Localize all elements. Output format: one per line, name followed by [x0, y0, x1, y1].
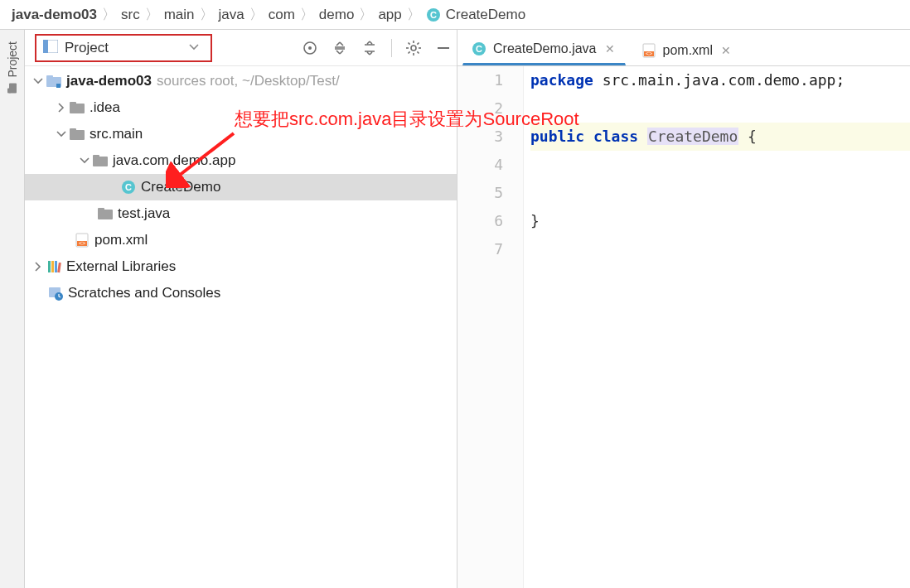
scratches-icon — [48, 286, 63, 301]
toolbar-divider — [391, 39, 392, 57]
svg-text:<>: <> — [645, 51, 651, 56]
caret-right-icon[interactable] — [31, 262, 45, 272]
svg-text:C: C — [125, 182, 132, 192]
tree-label: java.com.demo.app — [113, 152, 235, 169]
close-icon[interactable]: ✕ — [719, 44, 733, 57]
gear-icon[interactable] — [405, 40, 422, 56]
breadcrumb-item[interactable]: demo — [316, 7, 358, 23]
tree-label: .idea — [90, 99, 120, 116]
chevron-right-icon: 〉 — [102, 5, 116, 24]
tab-createdemo[interactable]: C CreateDemo.java ✕ — [462, 34, 626, 65]
svg-line-13 — [409, 42, 410, 44]
svg-text:C: C — [476, 44, 482, 54]
panel-toolbar — [302, 39, 452, 57]
project-tool-tab[interactable]: Project — [4, 36, 21, 99]
class-icon: C — [472, 41, 486, 56]
tool-window-strip: Project — [0, 30, 25, 588]
svg-text:<>: <> — [79, 240, 85, 246]
tree-item-srcmain[interactable]: src.main — [25, 121, 457, 147]
svg-point-7 — [308, 46, 312, 50]
tree-label: test.java — [118, 205, 170, 222]
tree-hint: sources root, ~/Desktop/Test/ — [157, 73, 340, 89]
line-number: 2 — [457, 94, 503, 123]
code-line[interactable]: } — [530, 207, 910, 235]
collapse-all-icon[interactable] — [361, 40, 378, 56]
svg-rect-30 — [98, 208, 104, 212]
hide-icon[interactable] — [435, 40, 452, 56]
folder-icon — [93, 154, 108, 167]
tab-label: CreateDemo.java — [493, 41, 597, 56]
svg-line-16 — [409, 51, 410, 53]
project-panel: Project java-demo03 sources root, ~/Desk… — [25, 30, 457, 588]
editor-area: C CreateDemo.java ✕ <> pom.xml ✕ 1 2 3 4… — [457, 30, 910, 588]
tree-item-scratches[interactable]: Scratches and Consoles — [25, 280, 457, 306]
code-line[interactable] — [530, 151, 910, 179]
svg-rect-17 — [438, 47, 449, 49]
folder-icon — [70, 101, 85, 114]
close-icon[interactable]: ✕ — [603, 42, 617, 55]
svg-rect-36 — [55, 261, 57, 272]
project-tree[interactable]: java-demo03 sources root, ~/Desktop/Test… — [25, 66, 457, 588]
breadcrumb-item[interactable]: com — [265, 7, 298, 23]
editor-tabs: C CreateDemo.java ✕ <> pom.xml ✕ — [457, 30, 910, 66]
tree-item-external-libraries[interactable]: External Libraries — [25, 253, 457, 280]
breadcrumb-item[interactable]: app — [375, 7, 404, 23]
breadcrumb-item-final[interactable]: C CreateDemo — [423, 7, 529, 23]
code-line[interactable]: package src.main.java.com.demo.app; — [530, 66, 910, 94]
folder-icon — [98, 207, 113, 220]
code-line[interactable]: public class CreateDemo { — [530, 123, 910, 151]
code-line[interactable] — [530, 235, 910, 263]
line-number: 3 — [457, 123, 503, 151]
svg-rect-26 — [93, 155, 99, 159]
tree-item-createdemo[interactable]: C CreateDemo — [25, 174, 457, 200]
tree-root[interactable]: java-demo03 sources root, ~/Desktop/Test… — [25, 68, 457, 94]
tab-pom[interactable]: <> pom.xml ✕ — [632, 34, 742, 65]
svg-rect-19 — [46, 75, 53, 80]
code-line[interactable] — [530, 94, 910, 123]
line-number: 5 — [457, 179, 503, 207]
caret-down-icon[interactable] — [78, 156, 91, 166]
line-number: 7 — [457, 235, 503, 263]
class-icon: C — [121, 180, 136, 195]
caret-down-icon[interactable] — [55, 129, 68, 139]
line-number: 4 — [457, 151, 503, 179]
tree-item-idea[interactable]: .idea — [25, 94, 457, 121]
chevron-right-icon: 〉 — [300, 5, 314, 24]
code-line[interactable] — [530, 179, 910, 207]
tree-item-javapkg[interactable]: java.com.demo.app — [25, 147, 457, 174]
expand-all-icon[interactable] — [332, 40, 348, 56]
caret-down-icon[interactable] — [31, 76, 45, 86]
folder-icon — [70, 128, 85, 141]
project-view-dropdown[interactable]: Project — [35, 34, 212, 62]
svg-rect-24 — [70, 128, 76, 133]
breadcrumb-item[interactable]: java-demo03 — [8, 7, 100, 23]
xml-file-icon: <> — [75, 233, 90, 248]
module-icon — [46, 75, 61, 88]
line-gutter: 1 2 3 4 5 6 7 — [457, 66, 524, 588]
xml-file-icon: <> — [641, 43, 656, 58]
tree-label: External Libraries — [66, 258, 176, 275]
tree-label: CreateDemo — [141, 179, 220, 195]
line-number: 6 — [457, 207, 503, 235]
chevron-right-icon: 〉 — [359, 5, 373, 24]
chevron-down-icon — [189, 41, 199, 55]
svg-line-14 — [417, 51, 419, 53]
tree-label: Scratches and Consoles — [68, 285, 220, 301]
tab-label: pom.xml — [663, 43, 713, 58]
caret-right-icon[interactable] — [55, 103, 68, 113]
tree-label: src.main — [90, 126, 143, 142]
code-content[interactable]: package src.main.java.com.demo.app; publ… — [524, 66, 910, 588]
tree-item-testjava[interactable]: test.java — [25, 200, 457, 227]
project-view-label: Project — [65, 40, 109, 56]
breadcrumb-item[interactable]: java — [215, 7, 248, 23]
chevron-right-icon: 〉 — [200, 5, 214, 24]
chevron-right-icon: 〉 — [249, 5, 264, 24]
project-view-icon — [43, 40, 58, 55]
locate-icon[interactable] — [302, 40, 318, 56]
breadcrumb-item[interactable]: main — [161, 7, 198, 23]
svg-rect-5 — [43, 40, 48, 53]
breadcrumb-item[interactable]: src — [118, 7, 143, 23]
code-editor[interactable]: 1 2 3 4 5 6 7 package src.main.java.com.… — [457, 66, 910, 588]
svg-point-8 — [411, 46, 416, 51]
tree-item-pom[interactable]: <> pom.xml — [25, 227, 457, 253]
